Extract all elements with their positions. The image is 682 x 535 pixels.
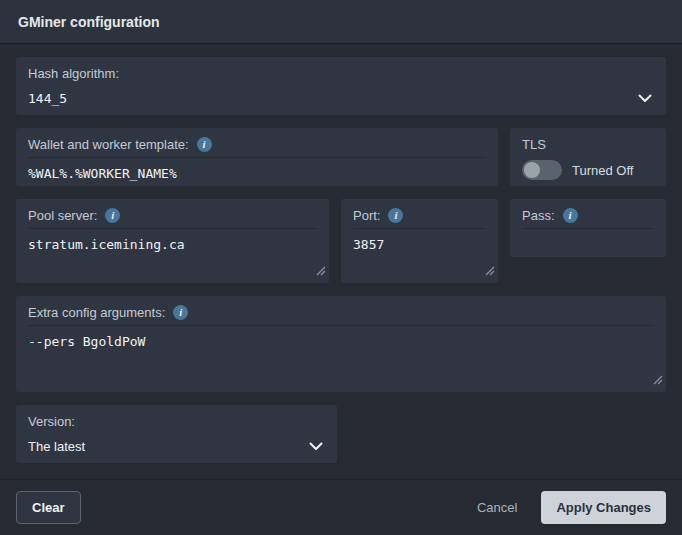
port-label: Port: (353, 208, 380, 223)
pool-server-label-row: Pool server: i (28, 208, 317, 229)
resize-grip-icon[interactable] (316, 262, 326, 280)
info-icon[interactable]: i (173, 305, 188, 320)
hash-algorithm-value-row: 144_5 (28, 91, 654, 106)
pass-input[interactable] (522, 237, 654, 253)
pool-server-input[interactable]: stratum.icemining.ca (28, 237, 317, 253)
clear-button[interactable]: Clear (16, 491, 81, 524)
hash-algorithm-label: Hash algorithm: (28, 66, 119, 81)
info-icon[interactable]: i (563, 208, 578, 223)
tls-state-text: Turned Off (572, 163, 633, 178)
chevron-down-icon (638, 94, 652, 103)
resize-grip-icon[interactable] (485, 262, 495, 280)
dialog-header: GMiner configuration (0, 0, 682, 44)
port-label-row: Port: i (353, 208, 486, 229)
pass-label-row: Pass: i (522, 208, 654, 229)
tls-label-row: TLS (522, 137, 654, 152)
gminer-config-dialog: GMiner configuration Hash algorithm: 144… (0, 0, 682, 535)
hash-algorithm-select[interactable]: Hash algorithm: 144_5 (16, 57, 666, 115)
dialog-title: GMiner configuration (18, 14, 160, 30)
version-label: Version: (28, 414, 75, 429)
extra-args-input[interactable]: --pers BgoldPoW (28, 334, 654, 350)
tls-toggle-row: Turned Off (522, 160, 654, 180)
version-select[interactable]: Version: The latest (16, 405, 337, 463)
chevron-down-icon (309, 442, 323, 451)
hash-algorithm-label-row: Hash algorithm: (28, 66, 654, 81)
info-icon[interactable]: i (105, 208, 120, 223)
pass-label: Pass: (522, 208, 555, 223)
port-panel: Port: i 3857 (341, 199, 498, 283)
resize-grip-icon[interactable] (653, 371, 663, 389)
extra-args-label: Extra config arguments: (28, 305, 165, 320)
wallet-template-input[interactable]: %WAL%.%WORKER_NAME% (28, 166, 486, 182)
pass-panel: Pass: i (510, 199, 666, 257)
hash-algorithm-value: 144_5 (28, 91, 67, 106)
wallet-template-label: Wallet and worker template: (28, 137, 189, 152)
extra-args-panel: Extra config arguments: i --pers BgoldPo… (16, 296, 666, 392)
tls-toggle-knob (524, 162, 540, 178)
extra-args-label-row: Extra config arguments: i (28, 305, 654, 326)
apply-changes-button[interactable]: Apply Changes (541, 491, 666, 524)
tls-panel: TLS Turned Off (510, 128, 666, 186)
port-input[interactable]: 3857 (353, 237, 486, 253)
wallet-tls-row: Wallet and worker template: i %WAL%.%WOR… (16, 128, 666, 186)
dialog-footer: Clear Cancel Apply Changes (0, 479, 682, 535)
info-icon[interactable]: i (388, 208, 403, 223)
info-icon[interactable]: i (197, 137, 212, 152)
pool-server-panel: Pool server: i stratum.icemining.ca (16, 199, 329, 283)
version-value-row: The latest (28, 439, 325, 454)
wallet-template-panel: Wallet and worker template: i %WAL%.%WOR… (16, 128, 498, 186)
tls-toggle[interactable] (522, 160, 562, 180)
version-value: The latest (28, 439, 85, 454)
tls-label: TLS (522, 137, 546, 152)
pool-server-label: Pool server: (28, 208, 97, 223)
version-label-row: Version: (28, 414, 325, 429)
dialog-content: Hash algorithm: 144_5 Wallet and worker … (0, 44, 682, 479)
wallet-template-label-row: Wallet and worker template: i (28, 137, 486, 158)
cancel-button[interactable]: Cancel (467, 492, 527, 523)
pool-port-pass-row: Pool server: i stratum.icemining.ca Port… (16, 199, 666, 283)
